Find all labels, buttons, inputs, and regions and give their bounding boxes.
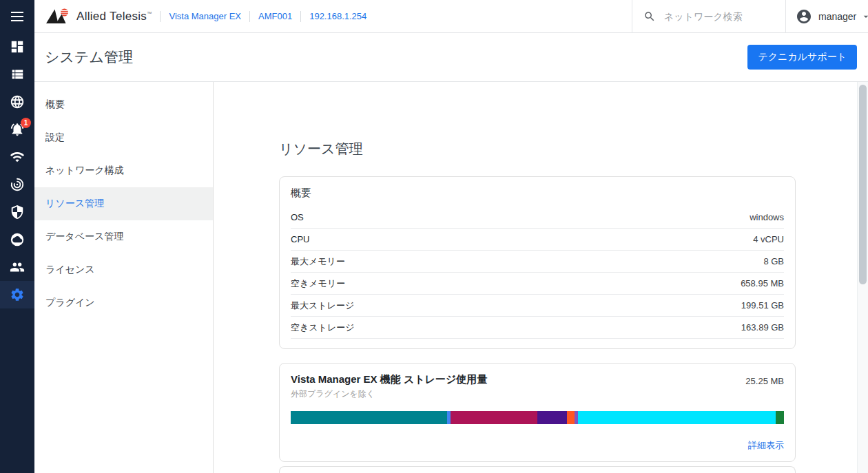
dashboard-icon[interactable] <box>0 33 34 61</box>
row-label: CPU <box>291 234 309 244</box>
main-column: Allied Telesis™ Vista Manager EXAMF00119… <box>34 0 868 473</box>
table-row: OSwindows <box>291 207 784 229</box>
divider <box>160 11 161 22</box>
scrollbar[interactable] <box>857 82 868 473</box>
table-row: CPU4 vCPU <box>291 229 784 251</box>
sidebar-item[interactable]: データベース管理 <box>34 220 213 253</box>
overview-card: 概要 OSwindowsCPU4 vCPU最大メモリー8 GB空きメモリー658… <box>279 176 796 349</box>
storage-segment-7 <box>578 411 775 424</box>
main-panel: リソース管理 概要 OSwindowsCPU4 vCPU最大メモリー8 GB空き… <box>214 82 857 473</box>
storage-segment-3 <box>451 411 537 424</box>
table-row: 空きメモリー658.95 MB <box>291 273 784 295</box>
technical-support-button[interactable]: テクニカルサポート <box>747 45 857 70</box>
storage-total-value: 25.25 MB <box>745 376 784 386</box>
page-header: システム管理 テクニカルサポート <box>34 33 868 81</box>
list-icon[interactable] <box>0 61 34 88</box>
row-value: 4 vCPU <box>753 234 784 244</box>
sidebar-item[interactable]: ライセンス <box>34 253 213 286</box>
row-label: 最大メモリー <box>291 255 345 268</box>
content-region: 概要設定ネットワーク構成リソース管理データベース管理ライセンスプラグイン リソー… <box>34 81 868 473</box>
storage-segment-8 <box>776 411 784 424</box>
table-row: 空きストレージ163.89 GB <box>291 317 784 339</box>
sidebar-item[interactable]: 設定 <box>34 121 213 154</box>
sidebar-item[interactable]: プラグイン <box>34 286 213 319</box>
app-root: 1 <box>0 0 868 473</box>
row-value: windows <box>750 212 784 222</box>
table-row: 最大ストレージ199.51 GB <box>291 295 784 317</box>
notification-badge: 1 <box>21 118 31 128</box>
shield-icon[interactable] <box>0 198 34 226</box>
sidebar-nav: 概要設定ネットワーク構成リソース管理データベース管理ライセンスプラグイン <box>34 82 214 473</box>
overview-table: OSwindowsCPU4 vCPU最大メモリー8 GB空きメモリー658.95… <box>291 207 784 339</box>
wifi-icon[interactable] <box>0 143 34 171</box>
row-value: 658.95 MB <box>741 278 784 288</box>
user-menu[interactable]: manager <box>785 0 868 33</box>
gear-icon[interactable] <box>0 281 34 308</box>
storage-usage-bar <box>291 411 784 424</box>
trademark: ™ <box>147 11 152 16</box>
storage-segment-1 <box>291 411 447 424</box>
chevron-down-icon <box>860 11 868 22</box>
topbar-links: Vista Manager EXAMF001192.168.1.254 <box>152 11 366 22</box>
search-input[interactable] <box>664 11 774 22</box>
storage-usage-card: Vista Manager EX 機能 ストレージ使用量 外部プラグインを除く … <box>279 363 796 462</box>
sidebar-item[interactable]: リソース管理 <box>34 187 213 220</box>
scrollbar-thumb[interactable] <box>859 85 867 284</box>
brand-name: Allied Telesis™ <box>76 10 152 23</box>
cloud-icon[interactable] <box>0 226 34 253</box>
next-card-edge <box>279 466 796 473</box>
topbar-link[interactable]: AMF001 <box>258 11 292 21</box>
row-label: 空きストレージ <box>291 322 355 334</box>
page-title: システム管理 <box>45 48 133 67</box>
sidebar-item[interactable]: 概要 <box>34 88 213 121</box>
row-value: 8 GB <box>763 256 784 266</box>
menu-icon[interactable] <box>0 0 34 33</box>
storage-segment-4 <box>537 411 567 424</box>
row-label: 最大ストレージ <box>291 299 354 312</box>
sidebar-item[interactable]: ネットワーク構成 <box>34 154 213 187</box>
storage-card-title: Vista Manager EX 機能 ストレージ使用量 <box>291 373 487 386</box>
allied-telesis-logo: Allied Telesis™ <box>34 8 152 25</box>
topbar-link[interactable]: Vista Manager EX <box>169 11 241 21</box>
icon-rail: 1 <box>0 0 34 473</box>
topbar: Allied Telesis™ Vista Manager EXAMF00119… <box>34 0 868 33</box>
topbar-link[interactable]: 192.168.1.254 <box>309 11 366 21</box>
section-heading: リソース管理 <box>279 140 857 158</box>
avatar-icon <box>796 8 812 25</box>
row-label: OS <box>291 212 304 222</box>
bell-icon[interactable]: 1 <box>0 116 34 143</box>
storage-card-header: Vista Manager EX 機能 ストレージ使用量 外部プラグインを除く … <box>291 373 784 400</box>
network-search <box>632 0 785 33</box>
awc-swirl-icon[interactable] <box>0 171 34 198</box>
storage-segment-5 <box>567 411 575 424</box>
row-value: 163.89 GB <box>741 322 784 333</box>
logo-mark-icon <box>45 8 72 25</box>
divider <box>249 11 250 22</box>
globe-icon[interactable] <box>0 88 34 116</box>
overview-card-title: 概要 <box>291 187 784 200</box>
users-icon[interactable] <box>0 253 34 281</box>
table-row: 最大メモリー8 GB <box>291 251 784 273</box>
hamburger-icon <box>11 12 23 21</box>
storage-card-subtitle: 外部プラグインを除く <box>291 388 487 400</box>
show-details-link[interactable]: 詳細表示 <box>748 439 784 452</box>
user-name: manager <box>818 11 856 22</box>
row-value: 199.51 GB <box>741 300 784 311</box>
divider <box>300 11 301 22</box>
row-label: 空きメモリー <box>291 277 345 290</box>
search-icon <box>643 10 656 23</box>
